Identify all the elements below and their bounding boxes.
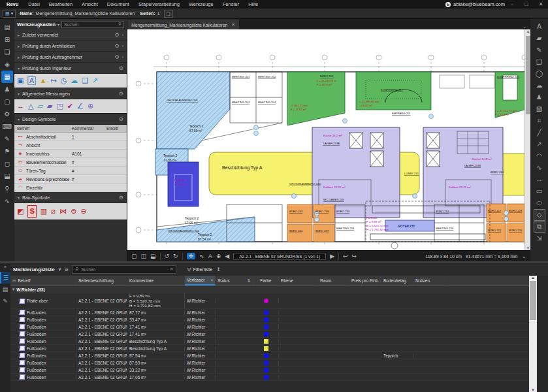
design-row[interactable]: ⊷Abschnittsdetail1 [14, 133, 127, 141]
shapes-icon[interactable]: ◻ [1, 157, 13, 170]
highlight-icon[interactable]: ▰ [534, 33, 545, 44]
gear-icon[interactable]: ⚙ [114, 54, 119, 60]
color-swatch[interactable] [264, 346, 268, 351]
tool-callout-icon[interactable]: ❑ [82, 75, 88, 86]
spaces-icon[interactable]: ▢ [1, 95, 13, 108]
table-vertical-scrollbar[interactable]: ▲ ▼ [529, 276, 537, 392]
next-view-icon[interactable]: ↪ [352, 253, 357, 259]
section-pruefung-ingenieur[interactable]: ▾Prüfung durch Ingenieur⚙ [14, 63, 127, 74]
table-row[interactable]: Fußboden A2.2.1 - EBENE 02 GRUN...Beschi… [10, 345, 548, 352]
gear-icon[interactable]: ⚙ [119, 195, 123, 201]
menu-ansicht[interactable]: Ansicht [77, 1, 103, 7]
text-box-icon[interactable]: A [534, 21, 545, 33]
close-tab-icon[interactable]: ✕ [231, 22, 235, 27]
valve-symbol-icon[interactable]: ⋈ [59, 206, 67, 217]
rectangle-icon[interactable]: ▭ [534, 186, 545, 197]
chevron-down-icon[interactable]: ▾ [12, 287, 14, 292]
arc-icon[interactable]: ◠ [534, 150, 545, 162]
gear-icon[interactable]: ⚙ [119, 91, 123, 97]
chevron-down-icon[interactable]: ▾ [59, 267, 61, 272]
menu-fenster[interactable]: Fenster [218, 1, 244, 7]
flag-icon[interactable]: ⚑ [1, 145, 13, 157]
scroll-down-icon[interactable]: ▼ [529, 388, 537, 392]
minimize-button[interactable]: – [505, 1, 519, 7]
markup-list-title[interactable]: Markierungsliste [13, 267, 55, 272]
hatch-symbol-icon[interactable]: ⧄ [51, 206, 56, 217]
col-etikett[interactable]: Etikett [106, 126, 127, 131]
table-row[interactable]: Platte oben A2.2.1 - EBENE 02 GRUN... F … [10, 293, 548, 309]
measure-angle-icon[interactable]: ∠ [77, 101, 84, 112]
scroll-down-icon[interactable]: ▼ [525, 246, 531, 250]
markup-list-icon[interactable]: ☰ [0, 272, 10, 284]
chevron-right-icon[interactable]: › [122, 33, 123, 37]
menu-dokument[interactable]: Dokument [103, 1, 134, 7]
collapse-all-icon[interactable]: ⊟ [12, 278, 16, 284]
col-betreff[interactable]: Betreff [14, 126, 72, 131]
tool-label-icon[interactable]: 🄰 [27, 75, 35, 86]
table-row[interactable]: Fußboden A2.2.1 - EBENE 02 GRUN...Beschi… [10, 338, 548, 345]
design-row[interactable]: ◈InnenaufrissA101 [14, 150, 127, 158]
design-row[interactable]: ▭Bauelementschlüssel# [14, 158, 127, 167]
two-page-icon[interactable]: ◫ [141, 253, 147, 259]
color-swatch[interactable] [264, 368, 268, 372]
snapshot-icon[interactable]: ⌗ [534, 115, 545, 127]
markup-edit-icon[interactable]: ✎ [1, 133, 13, 145]
select-text-icon[interactable]: A [208, 253, 212, 259]
design-row[interactable]: ☁Revisions-Sprechblase# [14, 175, 127, 184]
col-notizen[interactable]: Notizen [413, 276, 445, 286]
table-row[interactable]: Fußboden A2.2.1 - EBENE 02 GRUN...17,06 … [10, 374, 548, 381]
dimension-icon[interactable]: ↔ [534, 174, 545, 186]
lasso-icon[interactable]: ∿ [1, 195, 13, 207]
section-allgemeine-messungen[interactable]: ▾Allgemeine Messungen⚙ [14, 88, 127, 99]
design-row[interactable]: ⬭Türen-Tag# [14, 167, 127, 175]
cloud-icon[interactable]: ☁ [534, 80, 545, 91]
tool-chest-icon[interactable]: ▦ [1, 71, 13, 83]
menu-revu[interactable]: Revu [0, 1, 24, 7]
color-swatch[interactable] [264, 325, 268, 329]
section-pruefung-auftragnehmer[interactable]: ▸Prüfung durch Auftragnehmer⚙› [14, 52, 127, 63]
col-raum[interactable]: Raum [318, 276, 349, 286]
tool-protractor-icon[interactable]: ◷ [61, 75, 67, 86]
page-indicator[interactable]: A2.2.1 - EBENE 02 GRUNDRISS (1 von 1) [233, 253, 326, 260]
select-tool-icon[interactable]: ⇖ [199, 253, 204, 259]
color-swatch[interactable] [264, 332, 268, 336]
single-page-icon[interactable]: ▢ [131, 253, 137, 259]
menu-bearbeiten[interactable]: Bearbeiten [44, 1, 77, 7]
color-swatch[interactable] [264, 353, 268, 358]
chevron-right-icon[interactable]: › [122, 55, 123, 59]
expand-panel-icon[interactable]: » [4, 263, 7, 272]
gear-icon[interactable]: ⚙ [114, 32, 119, 38]
table-row[interactable]: Fußboden A2.2.1 - EBENE 02 GRUN...87,54 … [10, 352, 548, 359]
menu-stapelverarbeitung[interactable]: Stapelverarbeitung [134, 1, 184, 7]
section-pruefung-architekten[interactable]: ▸Prüfung durch Architekten⚙› [14, 41, 127, 52]
section-design-symbole[interactable]: ▾Design-Symbole⚙ [14, 114, 127, 125]
page-setup-icon[interactable]: ❏ [164, 10, 173, 18]
col-kommentare[interactable]: Kommentare [127, 276, 185, 286]
summary-icon[interactable]: ▤ [0, 284, 10, 295]
measure-volume-icon[interactable]: ▰ [47, 101, 52, 112]
col-bodenbelag[interactable]: Bodenbelag [381, 276, 413, 286]
col-betreff[interactable]: ⊟Betreff [10, 276, 76, 286]
visibility-icon[interactable]: ⌀ [65, 267, 69, 272]
table-row[interactable]: Fußboden A2.2.1 - EBENE 02 GRUN...33,47 … [10, 316, 548, 323]
settings-icon[interactable]: ⚙ [1, 108, 13, 120]
measure-polyline-icon[interactable]: △ [28, 101, 33, 112]
tool-dimension-icon[interactable]: ↦ [50, 75, 56, 86]
search-icon[interactable]: ⚲ [1, 182, 13, 195]
filter-list-button[interactable]: ▽Filterliste [187, 267, 212, 272]
col-verfasser[interactable]: Verfasser▾ [185, 276, 216, 286]
document-tab[interactable]: Mengenermittlung_Markierungsliste Kalkul… [127, 20, 239, 29]
measure-length-icon[interactable]: ↔ [17, 101, 24, 112]
chevron-down-icon[interactable]: ⌄ [519, 24, 530, 29]
rotate-right-icon[interactable]: ↻ [173, 253, 178, 259]
col-seitenbeschriftung[interactable]: Seitenbeschriftung [76, 276, 127, 286]
stamp-icon[interactable]: ♟ [534, 91, 545, 103]
save-icon[interactable]: ⬓ [1, 170, 13, 182]
table-row[interactable]: Fußboden A2.2.1 - EBENE 02 GRUN...87,59 … [10, 359, 548, 367]
col-kommentar[interactable]: Kommentar [72, 126, 106, 131]
stamp-icon[interactable]: ♟ [1, 83, 13, 95]
section-bau-symbole[interactable]: ▾Bau-Symbole⚙ [14, 192, 127, 203]
window-symbol-icon[interactable]: ▥ [40, 206, 47, 217]
tool-leader-icon[interactable]: ↗ [92, 75, 98, 86]
polygon-icon[interactable]: ◇ [534, 209, 545, 221]
